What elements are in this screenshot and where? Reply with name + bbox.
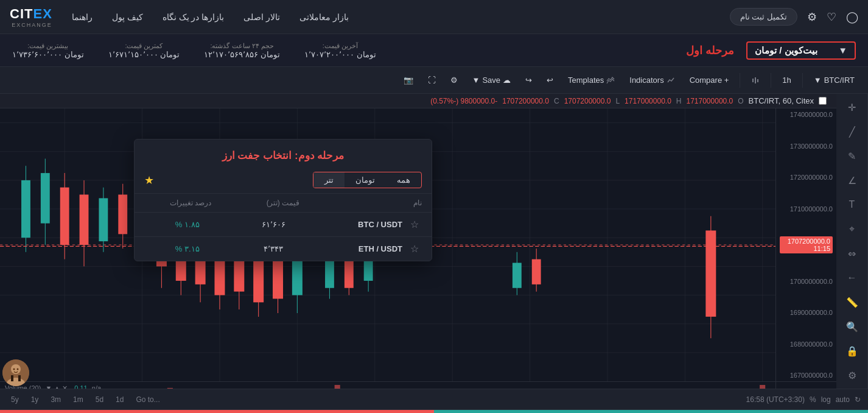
ohlc-bar: BTC/IRT, 60, Citex O 1717000000.0 H 1717… <box>0 94 836 108</box>
tf-5y[interactable]: 5y <box>7 394 23 405</box>
text-tool[interactable]: T <box>842 196 862 213</box>
svg-rect-0 <box>752 79 754 82</box>
eth-price: ۴٬۳۴۳ <box>230 244 316 253</box>
nav-link-markets[interactable]: بازارها در یک نگاه <box>163 12 225 22</box>
measure-tool[interactable]: ⇔ <box>842 245 862 262</box>
bottom-right: 16:58 (UTC+3:30) % log auto ↻ <box>746 395 861 404</box>
current-time: 16:58 (UTC+3:30) <box>746 395 805 404</box>
nav-link-guide[interactable]: راهنما <box>72 12 93 22</box>
crosshair-tool[interactable]: ✛ <box>842 99 862 116</box>
nav-link-wallet[interactable]: کیف پول <box>112 12 143 22</box>
price-1680: 1680000000.0 <box>780 341 833 348</box>
undo-button[interactable]: ↩ <box>541 73 559 87</box>
settings-button[interactable]: ⚙ <box>444 73 464 87</box>
chart-canvas[interactable]: 1740000000.0 1730000000.0 1720000000.0 1… <box>0 108 836 381</box>
price-1720: 1720000000.0 <box>780 174 833 181</box>
chart-toolbar: BTC/IRT ▼ 1h + Compare Indicators Templa… <box>0 67 868 94</box>
star-icon[interactable]: ★ <box>144 174 154 187</box>
svg-rect-26 <box>41 173 50 224</box>
refresh-icon[interactable]: ↻ <box>855 395 861 404</box>
svg-point-86 <box>13 369 15 370</box>
svg-rect-58 <box>705 230 716 316</box>
fullscreen-button[interactable]: ⛶ <box>422 73 442 87</box>
low-value: تومان ۱٬۶۷۱٬۱۵۰٬۰۰۰ <box>108 50 180 59</box>
l-val: 1707200000.0 <box>564 97 611 105</box>
sell-button[interactable]: فروش BTC <box>0 410 434 414</box>
tf-5d[interactable]: 5d <box>92 394 107 405</box>
percent-toggle[interactable]: % <box>810 395 816 404</box>
tab-tether[interactable]: تتر <box>313 172 345 188</box>
indicators-button[interactable]: Indicators <box>623 73 681 87</box>
templates-button[interactable]: Templates <box>562 73 621 87</box>
logo-text: CITEX <box>10 6 52 22</box>
camera-button[interactable]: 📷 <box>397 73 419 87</box>
low-label: کمترین قیمت: <box>108 42 180 50</box>
popup-tabs: همه تومان تتر ★ <box>135 167 432 194</box>
gear-icon[interactable]: ⚙ <box>807 10 817 24</box>
bar-type-icon[interactable] <box>745 74 766 87</box>
popup-row-eth[interactable]: ☆ ETH / USDT ۴٬۳۴۳ ۳.۱۵ % <box>135 237 432 261</box>
pair-selector[interactable]: BTC/IRT ▼ <box>808 73 861 87</box>
toolbar-right: ☁ Save ▼ ⚙ ⛶ 📷 <box>397 73 517 87</box>
redo-button[interactable]: ↪ <box>519 73 538 87</box>
svg-rect-2 <box>757 79 758 82</box>
auto-toggle[interactable]: auto <box>836 395 850 404</box>
arrow-tool[interactable]: ← <box>842 269 862 286</box>
zoom-tool[interactable]: 🔍 <box>842 318 862 335</box>
tab-toman[interactable]: تومان <box>345 172 386 188</box>
star-eth[interactable]: ☆ <box>407 243 422 255</box>
buy-button[interactable]: خرید BTC <box>434 410 868 414</box>
tf-3m[interactable]: 3m <box>47 394 65 405</box>
register-button[interactable]: تکمیل ثبت نام <box>730 8 797 26</box>
left-sidebar: ✛ ╱ ✎ ∠ T ⌖ ⇔ ← 📏 🔍 🔒 ⚙ <box>836 94 868 389</box>
angle-tool[interactable]: ∠ <box>842 172 862 189</box>
pattern-tool[interactable]: ⌖ <box>842 221 862 238</box>
h-val: 1717000000.0 <box>625 97 671 105</box>
footer-bar: خرید BTC فروش BTC <box>0 409 868 413</box>
tab-all[interactable]: همه <box>386 172 421 188</box>
compare-button[interactable]: + Compare <box>684 73 735 87</box>
ohlc-checkbox[interactable] <box>819 97 827 105</box>
volume-value: تومان ۱۲٬۱۷۰٬۵۶۹٬۸۵۶ <box>204 50 280 59</box>
timeframe-selector[interactable]: 1h <box>776 73 797 87</box>
volume-scale: 0.11 <box>775 382 836 389</box>
settings-side-tool[interactable]: ⚙ <box>842 367 862 384</box>
save-button[interactable]: ☁ Save ▼ <box>466 73 517 87</box>
log-toggle[interactable]: log <box>821 395 831 404</box>
eth-pair-name: ETH / USDT <box>317 244 402 253</box>
l-label: L <box>615 97 620 105</box>
tf-1d[interactable]: 1d <box>112 394 127 405</box>
goto-button[interactable]: Go to... <box>132 394 163 405</box>
svg-rect-79 <box>760 385 765 389</box>
last-price-label: آخرین قیمت: <box>304 42 376 50</box>
popup-table-header: نام قیمت (تتر) درصد تغییرات <box>135 194 432 213</box>
user-icon[interactable]: ◯ <box>846 10 858 24</box>
chart-area: BTC/IRT, 60, Citex O 1717000000.0 H 1717… <box>0 94 836 389</box>
line-tool[interactable]: ╱ <box>842 123 862 140</box>
ticker-stats: آخرین قیمت: تومان ۱٬۷۰۷٬۲۰۰٬۰۰۰ حجم ۲۴ س… <box>12 42 662 59</box>
tf-1m[interactable]: 1m <box>69 394 87 405</box>
main-content: ✛ ╱ ✎ ∠ T ⌖ ⇔ ← 📏 🔍 🔒 ⚙ BTC/IRT, 60, Cit… <box>0 94 868 389</box>
lock-tool[interactable]: 🔒 <box>842 342 862 359</box>
popup-row-btc[interactable]: ☆ BTC / USDT ۶۱٬۶۰۶ ۱.۸۵ % <box>135 213 432 237</box>
svg-rect-32 <box>99 198 108 241</box>
btc-change: ۱.۸۵ % <box>144 220 230 229</box>
nav-link-hall[interactable]: تالار اصلی <box>243 12 280 22</box>
ohlc-pair: BTC/IRT, 60, Citex <box>749 96 814 105</box>
avatar[interactable] <box>2 359 29 386</box>
bell-icon[interactable]: ♡ <box>827 10 836 24</box>
svg-rect-69 <box>167 388 173 389</box>
ticker-pair-box[interactable]: ▼ بیت‌کوین / تومان <box>746 41 856 60</box>
high-label: بیشترین قیمت: <box>12 42 84 50</box>
volume-area: Volume (20) ▼ ▲ ✕ 0.11 n/a <box>0 381 836 389</box>
svg-rect-34 <box>118 194 127 234</box>
svg-rect-84 <box>11 375 13 381</box>
nav-link-trading[interactable]: بازار معاملاتی <box>299 12 349 22</box>
tf-1y[interactable]: 1y <box>27 394 43 405</box>
col-change-header: درصد تغییرات <box>144 199 237 207</box>
star-btc[interactable]: ☆ <box>407 219 422 230</box>
save-dropdown-icon: ▼ <box>472 76 480 85</box>
ruler-tool[interactable]: 📏 <box>842 294 862 311</box>
pen-tool[interactable]: ✎ <box>842 147 862 164</box>
volume-label: Volume (20) ▼ ▲ ✕ 0.11 n/a <box>5 384 101 389</box>
